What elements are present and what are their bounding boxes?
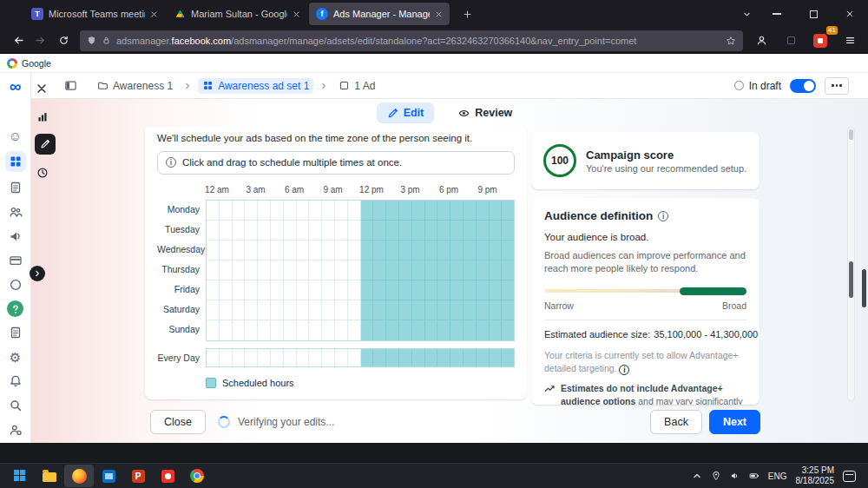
schedule-cell[interactable] xyxy=(271,280,284,300)
meta-logo[interactable]: ∞ xyxy=(10,76,22,97)
schedule-cell-scheduled[interactable] xyxy=(399,201,412,221)
schedule-cell-scheduled[interactable] xyxy=(464,201,477,221)
schedule-cell[interactable] xyxy=(348,349,361,366)
schedule-cell[interactable] xyxy=(322,349,335,366)
tab-close-icon[interactable] xyxy=(293,10,300,18)
schedule-cell-scheduled[interactable] xyxy=(425,241,438,260)
schedule-cell-scheduled[interactable] xyxy=(386,260,399,280)
schedule-cell[interactable] xyxy=(245,221,258,241)
schedule-cell[interactable] xyxy=(309,300,322,320)
schedule-cell-scheduled[interactable] xyxy=(464,260,477,280)
schedule-cell-scheduled[interactable] xyxy=(425,260,438,280)
schedule-cell[interactable] xyxy=(207,280,220,300)
schedule-cell-scheduled[interactable] xyxy=(437,280,450,300)
next-button[interactable]: Next xyxy=(709,410,760,434)
location-icon[interactable] xyxy=(711,471,721,481)
schedule-cell[interactable] xyxy=(297,221,310,241)
schedule-cell-scheduled[interactable] xyxy=(437,300,450,320)
schedule-cell[interactable] xyxy=(207,349,220,366)
language-indicator[interactable]: ENG xyxy=(768,472,787,481)
review-tab[interactable]: Review xyxy=(448,102,523,123)
schedule-cell-scheduled[interactable] xyxy=(502,320,514,340)
schedule-cell-scheduled[interactable] xyxy=(412,201,425,221)
schedule-cell-scheduled[interactable] xyxy=(425,320,438,340)
schedule-cell[interactable] xyxy=(233,349,246,366)
schedule-cell[interactable] xyxy=(233,221,246,241)
tray-expand-chevron-icon[interactable] xyxy=(692,471,702,481)
schedule-cell[interactable] xyxy=(245,349,258,366)
schedule-cell-scheduled[interactable] xyxy=(373,201,386,221)
schedule-cell-scheduled[interactable] xyxy=(373,300,386,320)
schedule-cell-scheduled[interactable] xyxy=(399,320,412,340)
schedule-cell[interactable] xyxy=(220,300,233,320)
edit-mode-icon[interactable] xyxy=(35,134,56,155)
schedule-cell-scheduled[interactable] xyxy=(464,349,477,366)
schedule-cell[interactable] xyxy=(245,241,258,260)
schedule-cell-scheduled[interactable] xyxy=(477,221,490,241)
minimize-button[interactable] xyxy=(759,0,795,28)
schedule-cell[interactable] xyxy=(233,300,246,320)
schedule-cell[interactable] xyxy=(258,221,271,241)
close-button[interactable]: Close xyxy=(150,410,206,434)
notification-center-icon[interactable] xyxy=(843,471,856,482)
maximize-button[interactable] xyxy=(795,0,832,28)
notifications-bell-icon[interactable] xyxy=(7,373,24,390)
schedule-cell-scheduled[interactable] xyxy=(477,280,490,300)
schedule-cell-scheduled[interactable] xyxy=(437,320,450,340)
schedule-cell-scheduled[interactable] xyxy=(477,260,490,280)
schedule-cell[interactable] xyxy=(258,201,271,221)
schedule-cell[interactable] xyxy=(335,221,348,241)
content-scrollbar[interactable] xyxy=(847,127,855,401)
schedule-cell-scheduled[interactable] xyxy=(502,300,514,320)
schedule-cell[interactable] xyxy=(297,349,310,366)
schedule-cell-scheduled[interactable] xyxy=(477,349,490,366)
powerpoint-icon[interactable]: P xyxy=(123,465,153,487)
schedule-cell[interactable] xyxy=(297,280,310,300)
schedule-cell-scheduled[interactable] xyxy=(425,349,438,366)
schedule-cell-scheduled[interactable] xyxy=(412,320,425,340)
schedule-cell-scheduled[interactable] xyxy=(361,221,374,241)
schedule-cell[interactable] xyxy=(335,320,348,340)
schedule-cell-scheduled[interactable] xyxy=(490,300,503,320)
schedule-cell[interactable] xyxy=(245,260,258,280)
schedule-cell-scheduled[interactable] xyxy=(490,320,503,340)
account-settings-icon[interactable] xyxy=(7,421,24,439)
schedule-cell-scheduled[interactable] xyxy=(450,300,464,320)
close-panel-icon[interactable] xyxy=(35,82,49,96)
red-app-icon[interactable] xyxy=(153,465,182,487)
schedule-cell[interactable] xyxy=(207,201,220,221)
schedule-cell-scheduled[interactable] xyxy=(425,280,438,300)
schedule-cell-scheduled[interactable] xyxy=(386,221,399,241)
schedule-cell-scheduled[interactable] xyxy=(502,260,514,280)
breadcrumb-campaign[interactable]: Awareness 1 xyxy=(93,78,177,94)
tab-ads-manager[interactable]: f Ads Manager - Manage ads - A xyxy=(309,3,450,25)
tab-close-icon[interactable] xyxy=(435,10,443,18)
schedule-cell-scheduled[interactable] xyxy=(437,260,450,280)
edit-tab[interactable]: Edit xyxy=(377,102,435,123)
schedule-cell[interactable] xyxy=(335,349,348,366)
sidebar-item-reports[interactable] xyxy=(7,179,24,196)
firefox-icon[interactable] xyxy=(64,465,94,487)
schedule-cell[interactable] xyxy=(348,320,361,340)
schedule-cell[interactable] xyxy=(309,260,322,280)
schedule-cell[interactable] xyxy=(309,221,322,241)
schedule-cell[interactable] xyxy=(322,280,335,300)
schedule-cell-scheduled[interactable] xyxy=(373,349,386,366)
page-scrollbar-thumb[interactable] xyxy=(862,269,866,307)
schedule-cell-scheduled[interactable] xyxy=(437,221,450,241)
breadcrumb-ad[interactable]: 1 Ad xyxy=(334,78,379,94)
sidebar-item-ads-promotion[interactable] xyxy=(7,228,24,245)
schedule-cell[interactable] xyxy=(271,300,284,320)
schedule-cell-scheduled[interactable] xyxy=(412,300,425,320)
schedule-cell[interactable] xyxy=(309,280,322,300)
schedule-cell[interactable] xyxy=(245,300,258,320)
schedule-cell-scheduled[interactable] xyxy=(399,221,412,241)
schedule-cell-scheduled[interactable] xyxy=(450,221,464,241)
schedule-cell[interactable] xyxy=(207,241,220,260)
schedule-cell-scheduled[interactable] xyxy=(490,280,503,300)
schedule-cell[interactable] xyxy=(284,300,297,320)
schedule-cell-scheduled[interactable] xyxy=(425,201,438,221)
tab-close-icon[interactable] xyxy=(150,10,158,18)
schedule-cell-scheduled[interactable] xyxy=(477,320,490,340)
schedule-cell-scheduled[interactable] xyxy=(425,300,438,320)
